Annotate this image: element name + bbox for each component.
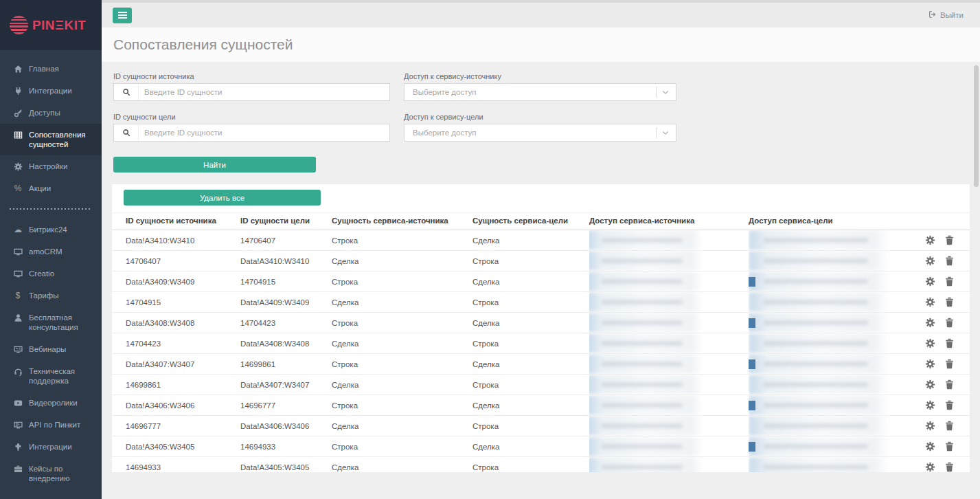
cell-source-entity: Сделка xyxy=(332,457,472,473)
delete-trash-button[interactable] xyxy=(944,338,955,348)
cell-source-entity: Сделка xyxy=(332,333,472,354)
cell-target-access-redacted xyxy=(749,251,913,271)
cell-source-access-redacted xyxy=(589,271,749,292)
target-id-label: ID сущности цели xyxy=(113,113,390,121)
source-access-select[interactable]: Выберите доступ xyxy=(404,83,676,101)
brand-logo[interactable]: PINΞKIT xyxy=(0,0,102,50)
row-actions xyxy=(913,333,970,354)
sidebar-item[interactable]: $Тарифы xyxy=(0,285,102,307)
sidebar-item[interactable]: amoCRM xyxy=(0,241,102,263)
settings-gear-button[interactable] xyxy=(925,297,935,307)
logout-label: Выйти xyxy=(940,11,964,19)
delete-all-button[interactable]: Удалить все xyxy=(124,190,321,206)
row-actions xyxy=(913,292,970,313)
settings-gear-button[interactable] xyxy=(925,276,935,287)
scrollbar-thumb[interactable] xyxy=(974,65,979,187)
target-access-label: Доступ к сервису-цели xyxy=(404,113,676,121)
sidebar-item[interactable]: %Акции xyxy=(0,177,102,199)
cell-target-id: Data!A3409:W3409 xyxy=(240,292,332,313)
delete-trash-button[interactable] xyxy=(944,421,955,431)
settings-gear-button[interactable] xyxy=(925,318,935,328)
table-row: 14696777Data!A3406:W3406СделкаСтрока xyxy=(112,416,970,436)
menu-toggle-button[interactable] xyxy=(113,8,132,23)
source-id-input[interactable] xyxy=(139,84,389,100)
settings-gear-button[interactable] xyxy=(925,235,935,245)
cell-target-entity: Строка xyxy=(472,416,589,436)
blurred-content xyxy=(589,416,700,436)
sidebar-item[interactable]: Настройки xyxy=(0,155,102,177)
filter-target-id: ID сущности цели xyxy=(113,113,390,142)
delete-trash-button[interactable] xyxy=(944,297,955,307)
video-icon xyxy=(13,398,23,408)
delete-trash-button[interactable] xyxy=(944,441,955,452)
target-access-select[interactable]: Выберите доступ xyxy=(404,124,676,142)
cell-target-id: 14706407 xyxy=(240,230,332,251)
settings-gear-button[interactable] xyxy=(925,359,935,369)
delete-trash-button[interactable] xyxy=(944,235,955,245)
sidebar-item[interactable]: Бесплатная консультация xyxy=(0,307,102,338)
delete-trash-button[interactable] xyxy=(944,256,955,266)
settings-gear-button[interactable] xyxy=(925,400,935,410)
table-row: Data!A3408:W340814704423СтрокаСделка xyxy=(112,313,970,333)
sidebar-item[interactable]: Главная xyxy=(0,58,102,80)
cell-source-id: Data!A3410:W3410 xyxy=(112,230,240,251)
column-header: ID сущности цели xyxy=(240,213,332,230)
blurred-content xyxy=(589,354,700,374)
sidebar-item[interactable]: Интеграции xyxy=(0,436,102,458)
sidebar-item[interactable]: Вебинары xyxy=(0,338,102,360)
cell-source-id: 14704423 xyxy=(112,333,240,354)
settings-gear-button[interactable] xyxy=(925,441,935,452)
delete-trash-button[interactable] xyxy=(944,276,955,287)
webinar-icon xyxy=(13,344,23,354)
sidebar-item[interactable]: API по Пинкит xyxy=(0,414,102,436)
table-body: Data!A3410:W341014706407СтрокаСделка1470… xyxy=(112,230,970,473)
sidebar-item-label: Главная xyxy=(29,64,59,74)
sidebar-item[interactable]: Видеоролики xyxy=(0,392,102,414)
cell-target-entity: Сделка xyxy=(472,395,589,416)
cell-source-id: 14696777 xyxy=(112,416,240,436)
sidebar-item[interactable]: Кейсы по внедрению xyxy=(0,458,102,489)
sidebar-item-label: Creatio xyxy=(29,269,54,278)
target-id-input[interactable] xyxy=(139,124,389,141)
delete-trash-button[interactable] xyxy=(944,462,955,472)
search-icon xyxy=(114,124,139,141)
gear-icon xyxy=(13,162,23,171)
app-root: PINΞKIT ГлавнаяИнтеграцииДоступыСопостав… xyxy=(0,0,980,499)
delete-trash-button[interactable] xyxy=(944,318,955,328)
search-button[interactable]: Найти xyxy=(113,157,316,173)
cell-source-entity: Сделка xyxy=(332,251,472,271)
blurred-content xyxy=(589,292,700,312)
delete-trash-button[interactable] xyxy=(944,359,955,369)
sidebar-item-label: Техническая поддержка xyxy=(29,366,96,386)
cell-target-id: 14694933 xyxy=(240,436,332,457)
sidebar-item[interactable]: Техническая поддержка xyxy=(0,360,102,392)
sidebar-item-label: Настройки xyxy=(29,162,67,171)
desktop-icon xyxy=(13,247,23,256)
source-id-label: ID сущности источника xyxy=(113,72,390,80)
settings-gear-button[interactable] xyxy=(925,421,935,431)
cell-source-access-redacted xyxy=(589,230,749,251)
settings-gear-button[interactable] xyxy=(925,379,935,390)
sidebar-item[interactable]: Creatio xyxy=(0,263,102,285)
sidebar-item[interactable]: Интеграции xyxy=(0,80,102,102)
logout-button[interactable]: Выйти xyxy=(928,10,964,20)
settings-gear-button[interactable] xyxy=(925,462,935,472)
access-service-icon xyxy=(749,318,755,328)
table-header-row: ID сущности источникаID сущности целиСущ… xyxy=(112,213,970,230)
blurred-content xyxy=(749,333,886,353)
delete-trash-button[interactable] xyxy=(944,379,955,390)
cell-source-entity: Строка xyxy=(332,230,472,251)
cell-target-access-redacted xyxy=(749,354,913,375)
settings-gear-button[interactable] xyxy=(925,338,935,348)
row-actions xyxy=(913,230,970,251)
sidebar-item[interactable]: Доступы xyxy=(0,102,102,124)
cell-source-entity: Сделка xyxy=(332,416,472,436)
sidebar-item[interactable]: Сопоставления сущностей xyxy=(0,124,102,155)
blurred-content xyxy=(749,416,886,436)
chevron-down-icon xyxy=(662,131,676,135)
settings-gear-button[interactable] xyxy=(925,256,935,266)
delete-trash-button[interactable] xyxy=(944,400,955,410)
sidebar-item[interactable]: ☁Битрикс24 xyxy=(0,219,102,241)
cell-target-access-redacted xyxy=(749,457,913,473)
cell-source-access-redacted xyxy=(589,375,749,395)
